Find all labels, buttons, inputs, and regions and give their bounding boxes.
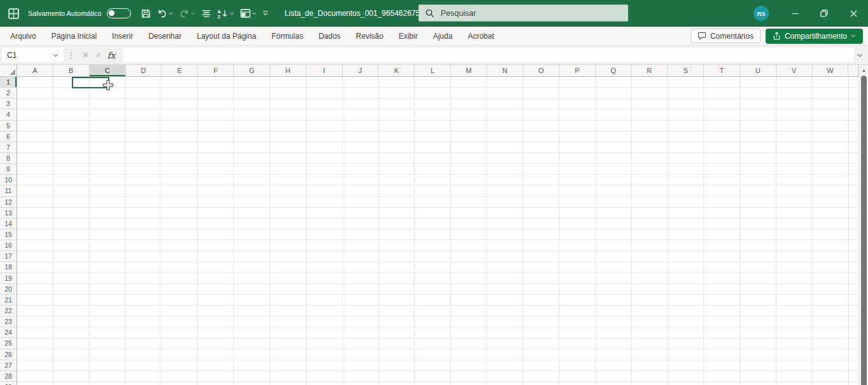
column-header-G[interactable]: G <box>234 65 270 76</box>
scrollbar-thumb[interactable] <box>861 76 867 385</box>
column-header-Q[interactable]: Q <box>596 65 632 76</box>
tab-inserir[interactable]: Inserir <box>104 27 141 45</box>
undo-button[interactable] <box>155 5 176 22</box>
column-header-C[interactable]: C <box>90 65 126 76</box>
column-header-E[interactable]: E <box>162 65 198 76</box>
avatar[interactable]: RS <box>754 6 769 21</box>
vertical-scrollbar[interactable]: ▲ <box>858 65 868 385</box>
align-center-button[interactable] <box>199 5 214 22</box>
row-header-26[interactable]: 26 <box>0 349 17 360</box>
expand-formula-bar-chevron[interactable] <box>857 53 863 57</box>
column-header-M[interactable]: M <box>451 65 487 76</box>
column-header-K[interactable]: K <box>378 65 415 76</box>
column-header-S[interactable]: S <box>668 65 704 76</box>
tab-layout-da-página[interactable]: Layout da Página <box>189 27 263 45</box>
row-header-19[interactable]: 19 <box>0 273 17 284</box>
tab-arquivo[interactable]: Arquivo <box>3 27 44 45</box>
row-header-20[interactable]: 20 <box>0 284 17 295</box>
column-header-R[interactable]: R <box>631 65 668 76</box>
title-bar: Salvamento Automático AZ <box>0 0 868 27</box>
row-header-24[interactable]: 24 <box>0 327 17 338</box>
search-input[interactable] <box>441 9 621 18</box>
tab-dados[interactable]: Dados <box>311 27 348 45</box>
ribbon-tabs: ArquivoPágina InicialInserirDesenharLayo… <box>0 27 502 45</box>
comments-button[interactable]: Comentários <box>691 29 761 43</box>
sort-dropdown-chevron[interactable] <box>230 12 234 15</box>
row-header-25[interactable]: 25 <box>0 338 17 349</box>
row-header-7[interactable]: 7 <box>0 142 17 153</box>
customize-qat-button[interactable] <box>260 5 271 22</box>
column-header-F[interactable]: F <box>198 65 234 76</box>
tab-ajuda[interactable]: Ajuda <box>425 27 460 45</box>
select-all-corner[interactable] <box>0 65 17 77</box>
close-button[interactable] <box>839 0 868 27</box>
ribbon-right-buttons: Comentários Compartilhamento <box>691 29 868 44</box>
formula-input-area[interactable] <box>123 48 854 62</box>
column-header-N[interactable]: N <box>487 65 523 76</box>
row-header-4[interactable]: 4 <box>0 109 17 120</box>
tab-exibir[interactable]: Exibir <box>391 27 425 45</box>
column-header-W[interactable]: W <box>813 65 849 76</box>
row-header-2[interactable]: 2 <box>0 88 17 98</box>
row-header-15[interactable]: 15 <box>0 229 17 240</box>
sort-filter-button[interactable]: AZ <box>215 5 237 22</box>
column-header-D[interactable]: D <box>126 65 162 76</box>
cell-grid[interactable] <box>17 77 858 385</box>
row-header-14[interactable]: 14 <box>0 219 17 229</box>
column-header-I[interactable]: I <box>307 65 343 76</box>
column-header-A[interactable]: A <box>17 65 53 76</box>
minimize-button[interactable] <box>780 0 809 27</box>
column-header-U[interactable]: U <box>740 65 776 76</box>
row-header-8[interactable]: 8 <box>0 153 17 164</box>
row-header-22[interactable]: 22 <box>0 306 17 316</box>
row-header-23[interactable]: 23 <box>0 316 17 327</box>
column-header-L[interactable]: L <box>415 65 451 76</box>
name-box[interactable]: C1 <box>2 48 64 62</box>
formula-input[interactable] <box>128 51 849 60</box>
share-dropdown-chevron <box>851 34 856 37</box>
column-header-filler <box>848 65 858 76</box>
row-header-9[interactable]: 9 <box>0 164 17 175</box>
tab-página-inicial[interactable]: Página Inicial <box>44 27 104 45</box>
row-header-12[interactable]: 12 <box>0 197 17 208</box>
row-header-6[interactable]: 6 <box>0 132 17 142</box>
column-header-T[interactable]: T <box>704 65 740 76</box>
row-header-18[interactable]: 18 <box>0 262 17 273</box>
active-cell-selection[interactable] <box>72 77 109 88</box>
column-header-P[interactable]: P <box>560 65 596 76</box>
column-header-O[interactable]: O <box>523 65 560 76</box>
column-header-J[interactable]: J <box>343 65 379 76</box>
comments-button-label: Comentários <box>710 32 754 41</box>
row-header-3[interactable]: 3 <box>0 98 17 109</box>
table-style-dropdown-chevron[interactable] <box>252 12 256 15</box>
row-header-29[interactable]: 29 <box>0 382 17 385</box>
tab-fórmulas[interactable]: Fórmulas <box>264 27 311 45</box>
tab-desenhar[interactable]: Desenhar <box>141 27 189 45</box>
column-header-V[interactable]: V <box>776 65 813 76</box>
column-header-B[interactable]: B <box>53 65 90 76</box>
row-header-27[interactable]: 27 <box>0 360 17 371</box>
table-style-button[interactable] <box>238 5 259 22</box>
row-header-5[interactable]: 5 <box>0 121 17 132</box>
tab-acrobat[interactable]: Acrobat <box>460 27 502 45</box>
row-header-21[interactable]: 21 <box>0 295 17 306</box>
row-header-10[interactable]: 10 <box>0 175 17 186</box>
search-box[interactable] <box>418 4 628 22</box>
autosave-toggle[interactable] <box>107 8 131 18</box>
tab-revisão[interactable]: Revisão <box>348 27 391 45</box>
excel-app-icon[interactable] <box>8 8 19 19</box>
row-header-11[interactable]: 11 <box>0 186 17 196</box>
row-header-17[interactable]: 17 <box>0 251 17 262</box>
insert-function-button[interactable]: fx <box>105 48 118 62</box>
restore-button[interactable] <box>809 0 839 27</box>
row-header-13[interactable]: 13 <box>0 208 17 219</box>
scroll-up-arrow[interactable]: ▲ <box>859 66 868 74</box>
row-header-28[interactable]: 28 <box>0 371 17 382</box>
save-button[interactable] <box>139 5 153 22</box>
name-box-chevron[interactable] <box>53 53 59 57</box>
column-header-H[interactable]: H <box>270 65 307 76</box>
row-header-1[interactable]: 1 <box>0 77 17 88</box>
share-button[interactable]: Compartilhamento <box>766 29 863 44</box>
row-header-16[interactable]: 16 <box>0 240 17 251</box>
undo-dropdown-chevron[interactable] <box>169 12 173 15</box>
